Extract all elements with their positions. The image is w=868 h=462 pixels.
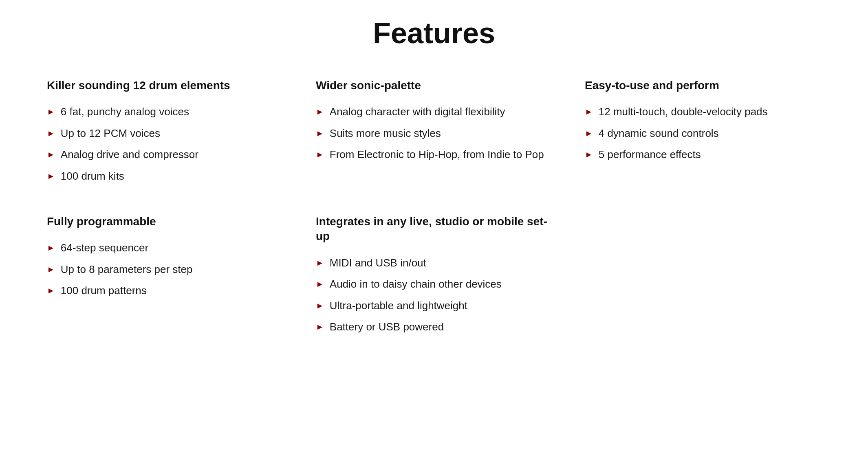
list-item: ► Suits more music styles [316,126,552,141]
bullet-icon: ► [47,149,55,160]
list-item: ► 6 fat, punchy analog voices [47,104,283,119]
section-heading-integrates: Integrates in any live, studio or mobile… [316,214,552,244]
bullet-icon: ► [47,264,55,275]
section-fully-programmable: Fully programmable ► 64-step sequencer ►… [47,214,283,341]
list-item-text: From Electronic to Hip-Hop, from Indie t… [330,147,544,162]
list-item-text: 64-step sequencer [61,240,148,255]
list-item-text: Up to 12 PCM voices [61,126,160,141]
bullet-icon: ► [316,300,324,311]
list-item-text: 12 multi-touch, double-velocity pads [599,104,768,119]
feature-list-fully-programmable: ► 64-step sequencer ► Up to 8 parameters… [47,240,283,298]
list-item: ► MIDI and USB in/out [316,255,552,270]
feature-list-wider-sonic: ► Analog character with digital flexibil… [316,104,552,162]
list-item: ► Up to 8 parameters per step [47,262,283,277]
list-item: ► 100 drum patterns [47,283,283,298]
list-item: ► 4 dynamic sound controls [585,126,821,141]
list-item-text: 100 drum kits [61,169,124,183]
list-item-text: Analog drive and compressor [61,147,198,162]
list-item-text: Battery or USB powered [330,319,444,334]
list-item-text: 6 fat, punchy analog voices [61,104,189,119]
bullet-icon: ► [585,106,593,117]
list-item: ► 100 drum kits [47,169,283,183]
list-item-text: 5 performance effects [599,147,701,162]
section-heading-fully-programmable: Fully programmable [47,214,283,229]
section-integrates: Integrates in any live, studio or mobile… [316,214,552,341]
feature-list-easy-to-use: ► 12 multi-touch, double-velocity pads ►… [585,104,821,162]
list-item: ► 64-step sequencer [47,240,283,255]
list-item: ► Battery or USB powered [316,319,552,334]
section-wider-sonic: Wider sonic-palette ► Analog character w… [316,78,552,190]
list-item-text: Analog character with digital flexibilit… [330,104,505,119]
section-heading-killer-sounding: Killer sounding 12 drum elements [47,78,283,93]
section-empty [585,214,821,341]
bullet-icon: ► [47,170,55,182]
list-item: ► Ultra-portable and lightweight [316,298,552,313]
list-item-text: Ultra-portable and lightweight [330,298,467,313]
list-item: ► 5 performance effects [585,147,821,162]
list-item-text: Suits more music styles [330,126,441,141]
list-item-text: Audio in to daisy chain other devices [330,277,502,291]
bullet-icon: ► [316,321,324,332]
feature-list-killer-sounding: ► 6 fat, punchy analog voices ► Up to 12… [47,104,283,183]
bullet-icon: ► [585,128,593,139]
bullet-icon: ► [47,242,55,253]
list-item: ► Analog character with digital flexibil… [316,104,552,119]
list-item: ► 12 multi-touch, double-velocity pads [585,104,821,119]
section-killer-sounding: Killer sounding 12 drum elements ► 6 fat… [47,78,283,190]
section-easy-to-use: Easy-to-use and perform ► 12 multi-touch… [585,78,821,190]
bullet-icon: ► [316,278,324,290]
bullet-icon: ► [47,128,55,139]
list-item: ► Analog drive and compressor [47,147,283,162]
list-item: ► Audio in to daisy chain other devices [316,277,552,291]
list-item: ► Up to 12 PCM voices [47,126,283,141]
list-item: ► From Electronic to Hip-Hop, from Indie… [316,147,552,162]
bullet-icon: ► [47,106,55,117]
list-item-text: MIDI and USB in/out [330,255,426,270]
bullet-icon: ► [316,106,324,117]
bullet-icon: ► [316,128,324,139]
list-item-text: 4 dynamic sound controls [599,126,719,141]
section-heading-easy-to-use: Easy-to-use and perform [585,78,821,93]
bullet-icon: ► [316,149,324,160]
bullet-icon: ► [316,257,324,268]
features-grid: Killer sounding 12 drum elements ► 6 fat… [47,78,821,341]
feature-list-integrates: ► MIDI and USB in/out ► Audio in to dais… [316,255,552,334]
page-title: Features [24,16,844,50]
bullet-icon: ► [47,285,55,296]
list-item-text: 100 drum patterns [61,283,147,298]
bullet-icon: ► [585,149,593,160]
section-heading-wider-sonic: Wider sonic-palette [316,78,552,93]
list-item-text: Up to 8 parameters per step [61,262,193,277]
